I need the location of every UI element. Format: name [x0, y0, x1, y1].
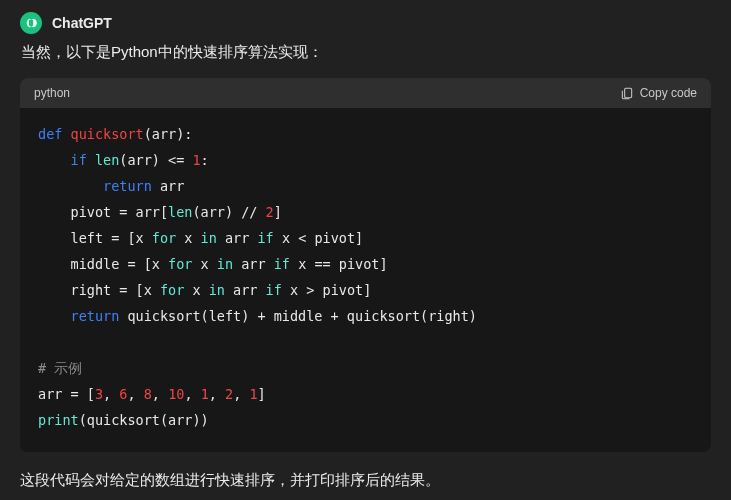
- outro-text: 这段代码会对给定的数组进行快速排序，并打印排序后的结果。: [20, 468, 711, 492]
- code-block: python Copy code def quicksort(arr): if …: [20, 78, 711, 452]
- code-language-label: python: [34, 86, 70, 100]
- openai-logo-icon: [24, 16, 38, 30]
- author-name: ChatGPT: [52, 15, 112, 31]
- intro-text: 当然，以下是Python中的快速排序算法实现：: [21, 40, 711, 64]
- message-header: ChatGPT: [20, 12, 711, 34]
- code-block-header: python Copy code: [20, 78, 711, 108]
- code-content[interactable]: def quicksort(arr): if len(arr) <= 1: re…: [20, 108, 711, 452]
- svg-rect-0: [624, 88, 631, 97]
- copy-code-label: Copy code: [640, 86, 697, 100]
- clipboard-icon: [620, 86, 634, 100]
- copy-code-button[interactable]: Copy code: [620, 86, 697, 100]
- assistant-avatar: [20, 12, 42, 34]
